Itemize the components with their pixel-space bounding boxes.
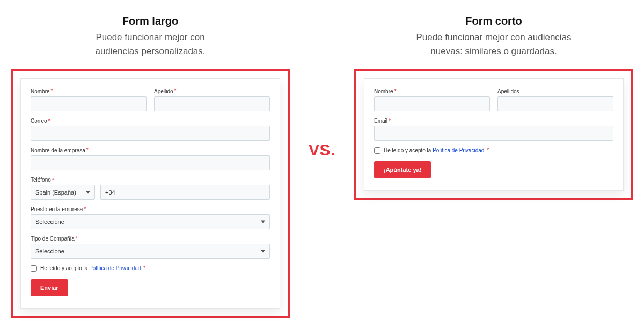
field-nombre-short: Nombre* bbox=[374, 88, 490, 111]
label-nombre-short: Nombre* bbox=[374, 88, 490, 94]
input-email-short[interactable] bbox=[374, 126, 613, 141]
required-marker: * bbox=[51, 88, 53, 94]
long-form-card: Nombre* Apellido* Correo* bbox=[20, 78, 280, 309]
label-apellidos-short-text: Apellidos bbox=[497, 88, 519, 94]
right-header: Form corto Puede funcionar mejor con aud… bbox=[416, 15, 571, 59]
required-marker: * bbox=[52, 177, 54, 183]
select-puesto-wrap: Seleccione bbox=[31, 214, 270, 229]
select-tipo-wrap: Seleccione bbox=[31, 244, 270, 259]
consent-checkbox-right[interactable] bbox=[374, 147, 380, 154]
vs-column: VS. bbox=[306, 15, 338, 159]
required-marker: * bbox=[174, 88, 177, 94]
consent-text-left: He leído y acepto la Política de Privaci… bbox=[40, 265, 145, 271]
required-marker: * bbox=[76, 236, 78, 242]
vs-label: VS. bbox=[309, 141, 335, 159]
label-nombre-text: Nombre bbox=[31, 88, 50, 94]
consent-text-right: He leído y acepto la Política de Privaci… bbox=[384, 147, 489, 153]
consent-row-right[interactable]: He leído y acepto la Política de Privaci… bbox=[374, 147, 613, 154]
field-apellidos-short: Apellidos bbox=[497, 88, 613, 111]
label-correo: Correo* bbox=[31, 118, 270, 124]
label-tipo: Tipo de Compañía* bbox=[31, 236, 270, 242]
label-nombre-short-text: Nombre bbox=[374, 88, 393, 94]
label-telefono-text: Teléfono bbox=[31, 177, 51, 183]
required-marker: * bbox=[389, 118, 391, 124]
short-form-card: Nombre* Apellidos Email* bbox=[364, 78, 624, 191]
label-empresa: Nombre de la empresa* bbox=[31, 147, 270, 153]
label-tipo-text: Tipo de Compañía bbox=[31, 236, 75, 242]
submit-button-left[interactable]: Enviar bbox=[31, 279, 68, 296]
label-apellido: Apellido* bbox=[154, 88, 270, 94]
input-apellido[interactable] bbox=[154, 96, 270, 111]
right-frame: Nombre* Apellidos Email* bbox=[354, 69, 633, 200]
label-puesto: Puesto en la empresa* bbox=[31, 206, 270, 212]
comparison-stage: Form largo Puede funcionar mejor con aud… bbox=[0, 0, 644, 318]
field-puesto: Puesto en la empresa* Seleccione bbox=[31, 206, 270, 229]
field-email-short: Email* bbox=[374, 118, 613, 141]
input-correo[interactable] bbox=[31, 126, 270, 141]
input-empresa[interactable] bbox=[31, 155, 270, 170]
input-nombre[interactable] bbox=[31, 96, 147, 111]
label-puesto-text: Puesto en la empresa bbox=[31, 206, 83, 212]
phone-country-wrap: Spain (España) bbox=[31, 185, 95, 200]
left-title: Form largo bbox=[95, 15, 205, 27]
label-email-short: Email* bbox=[374, 118, 613, 124]
label-apellido-text: Apellido bbox=[154, 88, 173, 94]
field-apellido: Apellido* bbox=[154, 88, 270, 111]
required-marker: * bbox=[394, 88, 397, 94]
field-correo: Correo* bbox=[31, 118, 270, 141]
input-nombre-short[interactable] bbox=[374, 96, 490, 111]
consent-checkbox-left[interactable] bbox=[31, 265, 37, 272]
label-empresa-text: Nombre de la empresa bbox=[31, 147, 85, 153]
right-sub-line2: nuevas: similares o guardadas. bbox=[430, 46, 557, 56]
required-marker: * bbox=[48, 118, 50, 124]
left-column: Form largo Puede funcionar mejor con aud… bbox=[11, 15, 290, 318]
consent-pre-left: He leído y acepto la bbox=[40, 265, 89, 271]
consent-row-left[interactable]: He leído y acepto la Política de Privaci… bbox=[31, 265, 270, 272]
right-sub-line1: Puede funcionar mejor con audiencias bbox=[416, 32, 571, 42]
right-column: Form corto Puede funcionar mejor con aud… bbox=[354, 15, 633, 200]
select-phone-country[interactable]: Spain (España) bbox=[31, 185, 95, 200]
field-nombre: Nombre* bbox=[31, 88, 147, 111]
left-header: Form largo Puede funcionar mejor con aud… bbox=[95, 15, 205, 59]
select-puesto[interactable]: Seleccione bbox=[31, 214, 270, 229]
label-telefono: Teléfono* bbox=[31, 177, 270, 183]
left-sub-line2: audiencias personalizadas. bbox=[95, 46, 205, 56]
required-marker: * bbox=[143, 265, 145, 271]
left-sub-line1: Puede funcionar mejor con bbox=[96, 32, 204, 42]
field-telefono: Teléfono* Spain (España) bbox=[31, 177, 270, 200]
left-subtitle: Puede funcionar mejor con audiencias per… bbox=[95, 31, 205, 59]
required-marker: * bbox=[86, 147, 89, 153]
left-frame: Nombre* Apellido* Correo* bbox=[11, 69, 290, 318]
required-marker: * bbox=[487, 147, 489, 153]
input-apellidos-short[interactable] bbox=[497, 96, 613, 111]
label-apellidos-short: Apellidos bbox=[497, 88, 613, 94]
label-correo-text: Correo bbox=[31, 118, 47, 124]
input-phone-number[interactable] bbox=[100, 185, 270, 200]
field-tipo: Tipo de Compañía* Seleccione bbox=[31, 236, 270, 259]
label-email-short-text: Email bbox=[374, 118, 387, 124]
right-subtitle: Puede funcionar mejor con audiencias nue… bbox=[416, 31, 571, 59]
right-title: Form corto bbox=[416, 15, 571, 27]
submit-button-right[interactable]: ¡Apúntate ya! bbox=[374, 161, 431, 178]
select-tipo[interactable]: Seleccione bbox=[31, 244, 270, 259]
required-marker: * bbox=[84, 206, 86, 212]
privacy-link-right[interactable]: Política de Privacidad bbox=[433, 147, 484, 153]
field-empresa: Nombre de la empresa* bbox=[31, 147, 270, 170]
privacy-link-left[interactable]: Política de Privacidad bbox=[89, 265, 141, 271]
consent-pre-right: He leído y acepto la bbox=[384, 147, 433, 153]
label-nombre: Nombre* bbox=[31, 88, 147, 94]
